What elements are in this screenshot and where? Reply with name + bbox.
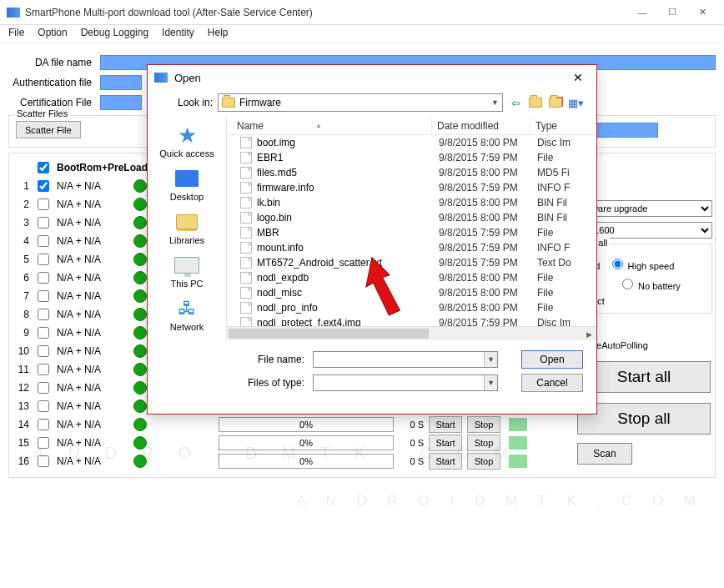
status-dot-icon <box>133 344 147 358</box>
new-folder-icon[interactable] <box>548 95 563 110</box>
row-stop-button[interactable]: Stop <box>467 453 500 470</box>
file-type: File <box>537 227 596 239</box>
row-stop-button[interactable]: Stop <box>467 416 500 433</box>
seconds: 0 S <box>402 456 424 466</box>
row-na: N/A + N/A <box>57 254 123 265</box>
high-speed-radio[interactable] <box>612 259 623 269</box>
file-type-label: Files of type: <box>239 377 304 389</box>
views-icon[interactable]: ▦▾ <box>568 95 583 110</box>
dialog-close-button[interactable]: ✕ <box>566 68 590 88</box>
row-checkbox[interactable] <box>38 382 49 394</box>
file-row[interactable]: files.md5 9/8/2015 8:00 PM MD5 Fi <box>227 165 596 180</box>
file-row[interactable]: firmware.info 9/8/2015 7:59 PM INFO F <box>227 180 596 195</box>
row-checkbox[interactable] <box>38 290 49 302</box>
type-select[interactable]: mware upgrade <box>577 200 712 217</box>
place-this-pc[interactable]: This PC <box>153 254 220 289</box>
row-checkbox[interactable] <box>38 180 49 192</box>
place-quick-access[interactable]: ★Quick access <box>153 123 220 158</box>
maximize-button[interactable]: ☐ <box>657 3 687 22</box>
status-dot-icon <box>133 308 147 321</box>
look-in-select[interactable]: Firmware ▼ <box>218 93 503 112</box>
stop-all-button[interactable]: Stop all <box>577 403 711 435</box>
place-desktop[interactable]: Desktop <box>153 167 220 202</box>
row-start-button[interactable]: Start <box>429 416 462 433</box>
status-dot-icon <box>133 216 147 229</box>
file-type: Text Do <box>537 257 596 269</box>
row-na: N/A + N/A <box>57 382 123 394</box>
row-checkbox[interactable] <box>38 345 49 357</box>
row-start-button[interactable]: Start <box>429 435 462 451</box>
back-icon[interactable]: ⇦ <box>508 95 523 110</box>
file-date: 9/8/2015 8:00 PM <box>439 287 537 299</box>
menu-debug-logging[interactable]: Debug Logging <box>81 27 148 41</box>
places-bar: ★Quick access Desktop Libraries This PC … <box>148 117 226 340</box>
bootrom-label: BootRom+PreLoader <box>57 162 157 173</box>
file-row[interactable]: MT6572_Android_scatter.txt 9/8/2015 7:59… <box>227 255 596 270</box>
menu-help[interactable]: Help <box>208 27 229 41</box>
row-checkbox[interactable] <box>38 437 49 449</box>
row-checkbox[interactable] <box>38 272 49 284</box>
file-row[interactable]: nodl_expdb 9/8/2015 8:00 PM File <box>227 270 596 285</box>
file-name: EBR1 <box>257 152 439 163</box>
row-checkbox[interactable] <box>38 309 49 320</box>
menu-option[interactable]: Option <box>38 27 67 41</box>
row-checkbox[interactable] <box>38 327 49 339</box>
row-checkbox[interactable] <box>38 254 49 265</box>
auth-file-field[interactable] <box>100 75 142 90</box>
file-row[interactable]: nodl_pro_info 9/8/2015 8:00 PM File <box>227 300 596 315</box>
detect-label: etect <box>585 296 705 306</box>
row-stop-button[interactable]: Stop <box>467 435 500 451</box>
open-button[interactable]: Open <box>521 350 583 369</box>
no-battery-radio[interactable] <box>622 279 633 289</box>
minimize-button[interactable]: — <box>627 3 657 22</box>
file-row[interactable]: nodl_misc 9/8/2015 8:00 PM File <box>227 285 596 300</box>
column-headers[interactable]: Name▲ Date modified Type <box>227 117 596 135</box>
file-type: Disc Im <box>537 137 596 148</box>
status-dot-icon <box>133 326 147 339</box>
status-dot-icon <box>133 271 147 284</box>
start-all-button[interactable]: Start all <box>577 361 711 393</box>
place-network[interactable]: 🖧Network <box>153 297 220 332</box>
row-checkbox[interactable] <box>38 364 49 375</box>
baud-select[interactable]: 921600 <box>577 222 712 239</box>
row-checkbox[interactable] <box>38 235 49 247</box>
row-checkbox[interactable] <box>38 199 49 210</box>
row-na: N/A + N/A <box>57 290 123 302</box>
up-folder-icon[interactable] <box>528 95 543 110</box>
row-checkbox[interactable] <box>38 419 49 430</box>
row-checkbox[interactable] <box>38 217 49 229</box>
look-in-value: Firmware <box>239 97 281 108</box>
cert-file-field[interactable] <box>100 95 142 110</box>
row-na: N/A + N/A <box>57 180 123 192</box>
status-dot-icon <box>133 400 147 413</box>
row-start-button[interactable]: Start <box>429 453 462 470</box>
h-scrollbar[interactable]: ▶ <box>227 326 596 340</box>
cancel-button[interactable]: Cancel <box>521 374 583 392</box>
file-row[interactable]: logo.bin 9/8/2015 8:00 PM BIN Fil <box>227 210 596 225</box>
file-row[interactable]: boot.img 9/8/2015 8:00 PM Disc Im <box>227 135 596 150</box>
file-row[interactable]: mount.info 9/8/2015 7:59 PM INFO F <box>227 240 596 255</box>
file-icon <box>240 272 252 284</box>
scatter-small-field[interactable] <box>587 123 658 138</box>
file-list[interactable]: Name▲ Date modified Type boot.img 9/8/20… <box>226 117 596 340</box>
menu-file[interactable]: File <box>8 27 24 41</box>
file-row[interactable]: lk.bin 9/8/2015 8:00 PM BIN Fil <box>227 195 596 210</box>
file-row[interactable]: EBR1 9/8/2015 7:59 PM File <box>227 150 596 165</box>
place-libraries[interactable]: Libraries <box>153 210 220 245</box>
scatter-legend: Scatter Files <box>14 108 70 118</box>
dialog-icon <box>154 73 168 83</box>
file-name: nodl_expdb <box>257 272 439 284</box>
file-type-combo[interactable]: ▼ <box>313 374 498 391</box>
row-checkbox[interactable] <box>38 455 49 467</box>
close-button[interactable]: ✕ <box>687 3 717 22</box>
file-row[interactable]: MBR 9/8/2015 7:59 PM File <box>227 225 596 240</box>
menu-identity[interactable]: Identity <box>162 27 194 41</box>
col-date: Date modified <box>432 117 530 134</box>
file-type: File <box>537 302 596 314</box>
scan-button[interactable]: Scan <box>577 443 632 465</box>
file-date: 9/8/2015 8:00 PM <box>439 137 537 148</box>
bootrom-checkbox[interactable] <box>38 162 49 173</box>
file-name-combo[interactable]: ▼ <box>313 351 498 368</box>
row-checkbox[interactable] <box>38 400 49 412</box>
scatter-file-button[interactable]: Scatter File <box>16 121 81 138</box>
